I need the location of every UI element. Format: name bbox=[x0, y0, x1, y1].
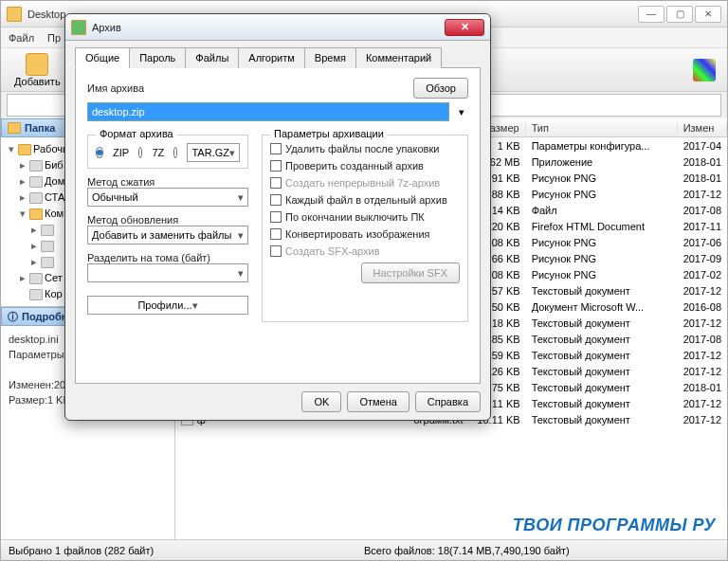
menu-pr[interactable]: Пр bbox=[47, 32, 61, 44]
radio-7z[interactable] bbox=[138, 147, 142, 158]
sfx-settings-button: Настройки SFX bbox=[361, 262, 460, 283]
archive-name-input[interactable]: desktop.zip bbox=[87, 102, 449, 121]
archive-dialog: Архив ✕ ОбщиеПарольФайлыАлгоритмВремяКом… bbox=[64, 13, 491, 421]
compression-label: Метод сжатия bbox=[87, 176, 248, 188]
radio-7z-label: 7Z bbox=[152, 147, 164, 158]
dialog-titlebar[interactable]: Архив ✕ bbox=[65, 14, 490, 41]
menu-file[interactable]: Файл bbox=[9, 32, 34, 44]
help-button[interactable]: Справка bbox=[415, 391, 481, 412]
targz-dropdown[interactable]: TAR.GZ bbox=[187, 143, 240, 162]
checkbox-row[interactable]: Каждый файл в отдельный архив bbox=[270, 194, 460, 206]
params-group-label: Параметры архивации bbox=[270, 128, 388, 139]
format-group-label: Формат архива bbox=[96, 128, 177, 139]
checkbox-row[interactable]: Конвертировать изображения bbox=[270, 228, 460, 240]
profiles-button[interactable]: Профили... bbox=[87, 296, 248, 315]
status-left: Выбрано 1 файлов (282 байт) bbox=[9, 545, 364, 556]
tab-4[interactable]: Время bbox=[304, 47, 356, 68]
details-modified-label: Изменен: bbox=[9, 379, 54, 390]
split-dropdown[interactable] bbox=[87, 263, 248, 282]
status-right: Всего файлов: 18(7.14 MB,7,490,190 байт) bbox=[364, 545, 719, 556]
checkbox-row: Создать SFX-архив bbox=[270, 245, 460, 257]
col-type[interactable]: Тип bbox=[526, 122, 678, 134]
tab-2[interactable]: Файлы bbox=[185, 47, 239, 68]
maximize-button[interactable]: ▢ bbox=[666, 6, 693, 23]
checkbox-row[interactable]: По окончании выключить ПК bbox=[270, 211, 460, 223]
tab-1[interactable]: Пароль bbox=[129, 47, 186, 68]
compression-dropdown[interactable]: Обычный bbox=[87, 188, 248, 207]
dialog-tabs: ОбщиеПарольФайлыАлгоритмВремяКомментарий bbox=[75, 46, 481, 68]
ok-button[interactable]: OK bbox=[301, 391, 341, 412]
cancel-button[interactable]: Отмена bbox=[347, 391, 409, 412]
col-modified[interactable]: Измен bbox=[678, 122, 727, 134]
app-icon bbox=[7, 7, 22, 22]
tab-5[interactable]: Комментарий bbox=[355, 47, 442, 68]
checkbox-row[interactable]: Проверить созданный архив bbox=[270, 160, 460, 172]
radio-zip[interactable] bbox=[96, 147, 103, 158]
statusbar: Выбрано 1 файлов (282 байт) Всего файлов… bbox=[1, 539, 727, 560]
radio-zip-label: ZIP bbox=[113, 147, 129, 158]
archive-name-label: Имя архива bbox=[87, 82, 144, 94]
add-folder-icon bbox=[26, 53, 48, 76]
tab-0[interactable]: Общие bbox=[75, 47, 130, 68]
folder-icon bbox=[8, 122, 21, 134]
browse-button[interactable]: Обзор bbox=[413, 78, 468, 99]
folder-icon bbox=[18, 144, 31, 155]
archive-icon bbox=[71, 20, 86, 35]
watermark: ТВОИ ПРОГРАММЫ РУ bbox=[513, 516, 716, 535]
split-label: Разделить на тома (байт) bbox=[87, 252, 248, 263]
color-icon[interactable] bbox=[693, 59, 716, 81]
close-button[interactable]: ✕ bbox=[695, 6, 721, 23]
update-label: Метод обновления bbox=[87, 214, 248, 226]
dialog-buttons: OK Отмена Справка bbox=[75, 384, 481, 412]
minimize-button[interactable]: — bbox=[638, 6, 664, 23]
update-dropdown[interactable]: Добавить и заменить файлы bbox=[87, 226, 248, 244]
tab-general-content: Имя архива Обзор desktop.zip ▾ Формат ар… bbox=[75, 68, 481, 384]
toolbar-add-label: Добавить bbox=[14, 76, 61, 87]
radio-targz[interactable] bbox=[173, 147, 177, 158]
toolbar-add-button[interactable]: Добавить bbox=[7, 51, 68, 89]
folders-panel-title: Папка bbox=[25, 122, 55, 134]
dialog-close-button[interactable]: ✕ bbox=[445, 19, 484, 36]
details-size-label: Размер: bbox=[9, 394, 47, 406]
checkbox-row[interactable]: Удалить файлы после упаковки bbox=[270, 143, 460, 154]
checkbox-row: Создать непрерывный 7z-архив bbox=[270, 177, 460, 189]
tab-3[interactable]: Алгоритм bbox=[238, 47, 305, 68]
dialog-title: Архив bbox=[92, 22, 445, 33]
